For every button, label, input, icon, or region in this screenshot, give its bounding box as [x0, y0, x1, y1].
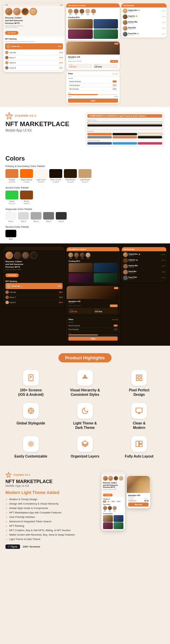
highlight-hierarchy: Visual Hierarchy &Consistent Styles [60, 370, 110, 397]
highlight-screens: 100+ Screens(iOS & Android) [5, 370, 56, 397]
highlight-autolayout-label: Fully Auto Layout [125, 454, 153, 459]
highlight-styleguide-label: Global Styleguide [16, 421, 45, 425]
svg-rect-36 [136, 441, 139, 447]
highlight-themes-label: Light Theme &Dark Theme [73, 421, 97, 430]
screen-nft-detail: Live Nasablue #18 2.345 ETH Auction ends… [66, 42, 120, 70]
swatch-orange: Orange #E07B3A [5, 169, 18, 183]
colors-section: Colors Primary & Secondary Color Palette… [0, 152, 170, 243]
crystalo-logo-icon [5, 112, 13, 119]
svg-rect-23 [136, 408, 142, 413]
highlight-themes: Light Theme &Dark Theme [60, 403, 110, 430]
bottom-brand-section: Crystalo v1.1 NFT MARKETPLACE Mobile App… [0, 466, 170, 554]
highlight-customizable: Easily Customizable [5, 436, 56, 459]
svg-rect-14 [140, 375, 142, 377]
swatch-light-brown: Light Brown #C8A070 [79, 169, 91, 183]
highlight-customizable-label: Easily Customizable [14, 454, 47, 459]
screens-count-badge: 100+ Screens [23, 545, 40, 548]
feature-item: ✓ Global Style Guide & Components [5, 507, 83, 510]
swatch-dark-brown: Dark Brown #2C1A08 [64, 169, 77, 183]
feature-item: ✓ NFT Creation, Buy & Sell NFTs, Biding,… [5, 529, 83, 532]
svg-rect-8 [83, 377, 85, 378]
brand-section: Crystalo v1.1 NFT MARKETPLACE Mobile App… [0, 107, 170, 152]
primary-swatches: Orange #E07B3A Mega Orange #FF6B00 Light… [5, 169, 165, 183]
grayscale-swatches: Grey 1 Grey 2 Grey 3 Grey 4 Grey 5 [5, 212, 165, 222]
svg-line-33 [29, 445, 30, 446]
colors-title: Colors [5, 155, 165, 162]
components-preview: COMPONENTS & VARIANTS ( Light Theme & Da… [85, 112, 165, 147]
svg-point-26 [30, 443, 32, 445]
highlight-layers-label: Organized Layers [71, 454, 99, 459]
svg-rect-9 [85, 377, 87, 378]
highlight-hierarchy-label: Visual Hierarchy &Consistent Styles [70, 388, 100, 397]
highlight-clean: Clean &Modern [114, 403, 165, 430]
highlight-pixel-label: Pixel PerfectDesign [129, 388, 149, 397]
svg-rect-13 [136, 375, 138, 377]
svg-point-6 [84, 375, 86, 376]
hero-phone-main: 9:41 ●●● Discover, Collectand Sell Aweso… [3, 3, 65, 72]
highlight-styleguide: Global Styleguide [5, 403, 56, 430]
brand-version: Crystalo v1.1 [15, 114, 36, 117]
highlight-screens-label: 100+ Screens(iOS & Android) [18, 388, 44, 397]
bottom-brand-title: NFT MARKETPLACE [5, 479, 83, 484]
dark-nft-detail-screen: Live Nasablue #18 2.345 ETH Auction ends… [66, 286, 120, 315]
components-title: COMPONENTS & VARIANTS ( Light Theme & Da… [87, 114, 162, 118]
svg-line-34 [32, 442, 33, 443]
feature-list: ✓ Modern & Trendy Design ✓ Design with C… [5, 498, 83, 541]
svg-rect-16 [140, 378, 142, 380]
bottom-phone-stack: Discover, Collectand Sell AwesomePreciou… [87, 471, 165, 530]
neutral-swatches: Black [5, 230, 165, 240]
svg-line-29 [29, 442, 30, 443]
svg-rect-37 [139, 441, 142, 444]
svg-rect-2 [29, 375, 33, 381]
product-highlights-section: Product Highlights 100+ Screens(iOS & An… [0, 346, 170, 466]
svg-rect-38 [139, 444, 142, 447]
accent-palette-label: Accent Color Palette [5, 186, 165, 189]
modern-theme-title: Modern Light Theme Added [5, 490, 83, 495]
dark-filter-screen: Filter Reset All Sort By Recent Outcome … [66, 317, 120, 342]
svg-point-18 [30, 409, 32, 412]
highlight-layers: Organized Layers [60, 436, 110, 459]
dark-hero-phone: Discover, Collectand Sell AwesomePreciou… [3, 247, 65, 306]
highlights-header: Product Highlights [5, 353, 165, 362]
bottom-brand-version: Crystalo v1.1 [13, 473, 30, 476]
swatch-green: Green #2ECC40 [5, 191, 18, 205]
hero-tagline: Discover, Collectand Sell AwesomePreciou… [5, 17, 63, 25]
brand-identity: Crystalo v1.1 NFT MARKETPLACE Mobile App… [5, 112, 80, 132]
highlights-badge: Product Highlights [58, 353, 112, 362]
screen-ranking-list: Top Rankings Virginia Niso 🔥 56.83 ETH +… [121, 3, 167, 38]
highlight-autolayout: Fully Auto Layout [114, 436, 165, 459]
feature-item: ✓ Light Theme & Dark Theme [5, 538, 83, 541]
svg-line-30 [32, 445, 33, 446]
feature-item: ✓ Wallet Screen with Received, Buy, Send… [5, 533, 83, 537]
screen-filter: Filter Reset All Sort By Recent Outcome … [66, 71, 120, 104]
highlights-grid: 100+ Screens(iOS & Android) Visual Hiera… [5, 370, 165, 459]
bottom-logo-icon [5, 471, 12, 478]
feature-item: ✓ NFT Marketplace App with Complete Feat… [5, 511, 83, 514]
primary-palette-label: Primary & Secondary Color Palette [5, 165, 165, 167]
dark-screens-section: Discover, Collectand Sell AwesomePreciou… [0, 243, 170, 346]
feature-item: ✓ Design with Consistency & Visual Hiera… [5, 502, 83, 506]
highlight-clean-label: Clean &Modern [133, 421, 146, 430]
highlight-pixel: Pixel PerfectDesign [114, 370, 165, 397]
bottom-brand-subtitle: Mobile App UI Kit [5, 484, 83, 488]
dark-ranking-screen: Top Rankings Virginia Niso 🔥 56.83 ETH +… [121, 247, 167, 282]
svg-rect-15 [136, 378, 138, 380]
feature-item: ✓ Advanced & Integrated Token Search [5, 520, 83, 523]
dark-trending-screen: Top sellers & creators Alex Mia Jake Sar… [66, 247, 120, 284]
feature-item: ✓ User-Friendly Interface [5, 515, 83, 519]
swatch-mega-orange: Mega Orange #FF6B00 [20, 169, 33, 183]
grayscale-palette-label: Grayscale Color Palette [5, 208, 165, 210]
accent-swatches: Green #2ECC40 Brown #8B4513 [5, 191, 165, 205]
bottom-brand-left: Crystalo v1.1 NFT MARKETPLACE Mobile App… [5, 471, 83, 549]
hero-section: 9:41 ●●● Discover, Collectand Sell Aweso… [0, 0, 170, 107]
brand-title: NFT MARKETPLACE [5, 121, 80, 128]
swatch-brown: Brown #8B4513 [20, 191, 33, 205]
feature-item: ✓ NFT Ranking [5, 524, 83, 528]
brand-subtitle: Mobile App UI Kit [5, 129, 80, 132]
neutral-palette-label: Neutral Color Palette [5, 226, 165, 228]
swatch-dark-licorice: Dark Licorice #1A0E00 [49, 169, 62, 183]
swatch-light-linen: Light Linen #FDF6EE [35, 169, 48, 183]
feature-item: ✓ Modern & Trendy Design [5, 498, 83, 501]
figma-badge: F Figma [5, 544, 20, 549]
screen-top-sellers: Top sellers & creators Alex Mia Jake Sar… [66, 3, 120, 40]
